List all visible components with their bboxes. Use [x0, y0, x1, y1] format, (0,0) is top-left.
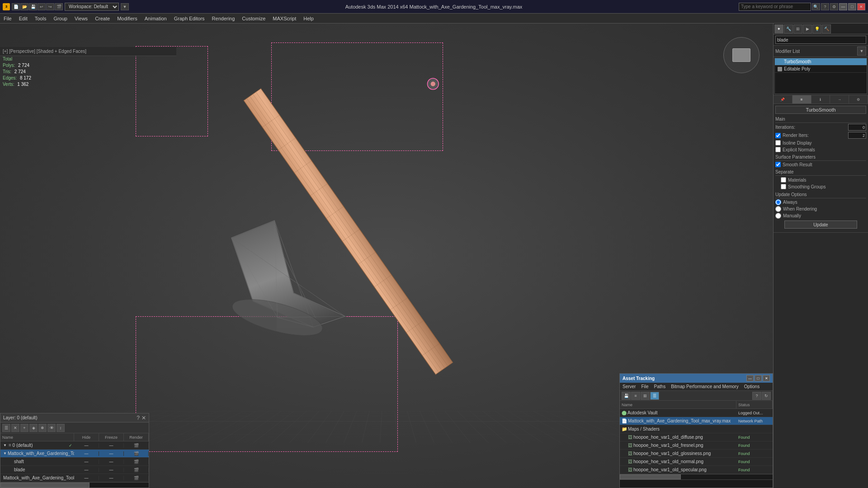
asset-tb-list[interactable]: ≡	[631, 392, 640, 400]
asset-menu-options[interactable]: Options	[741, 383, 762, 390]
workspace-dropdown-icon[interactable]: ▼	[121, 3, 129, 10]
asset-minimize-btn[interactable]: —	[746, 375, 754, 381]
manually-radio[interactable]	[775, 213, 781, 219]
rp-tab-create[interactable]: ✦	[774, 24, 783, 33]
layers-tb-icon-5[interactable]: 👁	[47, 424, 56, 432]
asset-close-btn[interactable]: ✕	[763, 375, 770, 381]
rp-list-icon[interactable]: ≡	[793, 95, 811, 103]
layer-render-child[interactable]: 🎬	[124, 476, 149, 480]
always-radio[interactable]	[775, 199, 781, 205]
asset-row-mattock-file[interactable]: 📄 Mattock_with_Axe_Gardening_Tool_max_vr…	[620, 417, 773, 425]
layer-render-mattock[interactable]: 🎬	[124, 451, 149, 456]
layer-freeze-shaft[interactable]: —	[99, 460, 124, 464]
help-icon[interactable]: ?	[821, 3, 829, 10]
layer-freeze-mattock[interactable]: —	[99, 451, 124, 456]
layer-row-mattock[interactable]: ▼ Mattock_with_Axe_Gardening_Tool □ — — …	[0, 450, 149, 458]
render-setup-icon[interactable]: 🎬	[55, 3, 63, 10]
viewport-label[interactable]: [+] [Perspective] [Shaded + Edged Faces]	[0, 47, 176, 56]
menu-graph-editors[interactable]: Graph Editors	[170, 14, 208, 23]
asset-tb-detail[interactable]: ☰	[650, 392, 659, 400]
redo-icon[interactable]: ↪	[46, 3, 54, 10]
layer-freeze-blade[interactable]: —	[99, 468, 124, 472]
asset-scroll-thumb[interactable]	[620, 474, 681, 479]
menu-animation[interactable]: Animation	[141, 14, 170, 23]
layers-tb-icon-4[interactable]: ❄	[38, 424, 47, 432]
menu-tools[interactable]: Tools	[31, 14, 50, 23]
render-iters-input[interactable]	[848, 132, 866, 139]
layer-hide-blade[interactable]: —	[74, 468, 99, 472]
asset-menu-file[interactable]: File	[638, 383, 651, 390]
asset-tb-help[interactable]: ?	[752, 392, 761, 400]
layers-panel-header[interactable]: Layer: 0 (default) ? ✕	[0, 413, 149, 422]
menu-rendering[interactable]: Rendering	[208, 14, 239, 23]
update-button[interactable]: Update	[784, 221, 857, 229]
asset-row-fresnel[interactable]: 🖼 hoopoe_hoe_var1_old_fresnel.png Found	[620, 441, 773, 450]
asset-horizontal-scrollbar[interactable]	[620, 474, 773, 479]
layer-row-0[interactable]: ▼ = 0 (default) ✓ — — 🎬	[0, 441, 149, 450]
materials-checkbox[interactable]	[781, 177, 786, 183]
rp-tab-hierarchy[interactable]: ⊞	[793, 24, 802, 33]
layers-scrollbar[interactable]	[0, 482, 149, 488]
rp-tab-motion[interactable]: ▶	[803, 24, 812, 33]
asset-tb-save[interactable]: 💾	[622, 392, 631, 400]
modifier-list-dropdown[interactable]: ▼	[857, 47, 866, 56]
iterations-input[interactable]	[848, 124, 866, 131]
asset-menu-paths[interactable]: Paths	[651, 383, 669, 390]
layer-render-0[interactable]: 🎬	[124, 443, 149, 448]
modifier-item-editablepoly[interactable]: Editable Poly	[775, 66, 867, 73]
asset-maximize-btn[interactable]: □	[755, 375, 762, 381]
layers-tb-icon-6[interactable]: ↕	[57, 424, 65, 432]
open-file-icon[interactable]: 📂	[20, 3, 28, 10]
settings-icon[interactable]: ⚙	[830, 3, 838, 10]
menu-customize[interactable]: Customize	[238, 14, 269, 23]
layer-freeze-child[interactable]: —	[99, 476, 124, 480]
new-file-icon[interactable]: 📄	[12, 3, 20, 10]
menu-edit[interactable]: Edit	[15, 14, 31, 23]
layers-tb-icon-0[interactable]: ☰	[2, 424, 10, 432]
layers-tb-icon-3[interactable]: ◈	[29, 424, 38, 432]
modifier-item-turbosmooth[interactable]: TurboSmooth	[775, 58, 867, 66]
menu-help[interactable]: Help	[300, 14, 317, 23]
rp-info-icon[interactable]: ℹ	[811, 95, 830, 103]
explicit-normals-checkbox[interactable]	[775, 147, 781, 152]
layers-help-btn[interactable]: ?	[137, 415, 140, 421]
close-btn[interactable]: ✕	[857, 3, 865, 10]
asset-panel-header[interactable]: Asset Tracking — □ ✕	[620, 374, 773, 383]
asset-row-specular[interactable]: 🖼 hoopoe_hoe_var1_old_specular.png Found	[620, 466, 773, 474]
asset-row-diffuse[interactable]: 🖼 hoopoe_hoe_var1_old_diffuse.png Found	[620, 433, 773, 441]
layer-row-mattock-child[interactable]: Mattock_with_Axe_Gardening_Tool — — 🎬	[0, 474, 149, 482]
menu-group[interactable]: Group	[50, 14, 71, 23]
render-iters-checkbox[interactable]	[775, 133, 781, 138]
search-btn[interactable]: 🔍	[812, 3, 820, 10]
rp-pin-icon[interactable]: 📌	[774, 95, 793, 103]
layers-scroll-thumb[interactable]	[0, 483, 90, 488]
asset-row-normal[interactable]: 🖼 hoopoe_hoe_var1_old_normal.png Found	[620, 458, 773, 466]
workspace-select[interactable]: Workspace: Default	[65, 3, 119, 11]
save-file-icon[interactable]: 💾	[29, 3, 37, 10]
layer-render-blade[interactable]: 🎬	[124, 468, 149, 472]
menu-modifiers[interactable]: Modifiers	[113, 14, 141, 23]
object-name-input[interactable]	[775, 36, 866, 44]
asset-menu-server[interactable]: Server	[620, 383, 638, 390]
layer-hide-0[interactable]: —	[74, 443, 99, 448]
asset-tb-grid[interactable]: ⊞	[641, 392, 650, 400]
layer-hide-child[interactable]: —	[74, 476, 99, 480]
menu-maxscript[interactable]: MAXScript	[269, 14, 300, 23]
asset-tb-refresh[interactable]: ↻	[762, 392, 771, 400]
rp-tab-modify[interactable]: 🔧	[784, 24, 793, 33]
maximize-btn[interactable]: □	[848, 3, 856, 10]
minimize-btn[interactable]: —	[839, 3, 847, 10]
isoline-display-checkbox[interactable]	[775, 140, 781, 145]
layer-row-shaft[interactable]: shaft — — 🎬	[0, 458, 149, 466]
menu-views[interactable]: Views	[71, 14, 91, 23]
layer-freeze-0[interactable]: —	[99, 443, 124, 448]
asset-menu-bitmap[interactable]: Bitmap Performance and Memory	[668, 383, 741, 390]
when-rendering-radio[interactable]	[775, 206, 781, 212]
menu-create[interactable]: Create	[91, 14, 113, 23]
layer-row-blade[interactable]: blade — — 🎬	[0, 466, 149, 474]
asset-row-vault[interactable]: ⬤ Autodesk Vault Logged Out...	[620, 409, 773, 417]
asset-row-maps-folder[interactable]: 📁 Maps / Shaders	[620, 425, 773, 433]
layers-tb-icon-2[interactable]: +	[20, 424, 28, 432]
rp-select-icon[interactable]: →	[830, 95, 849, 103]
layers-tb-icon-1[interactable]: ✕	[11, 424, 19, 432]
